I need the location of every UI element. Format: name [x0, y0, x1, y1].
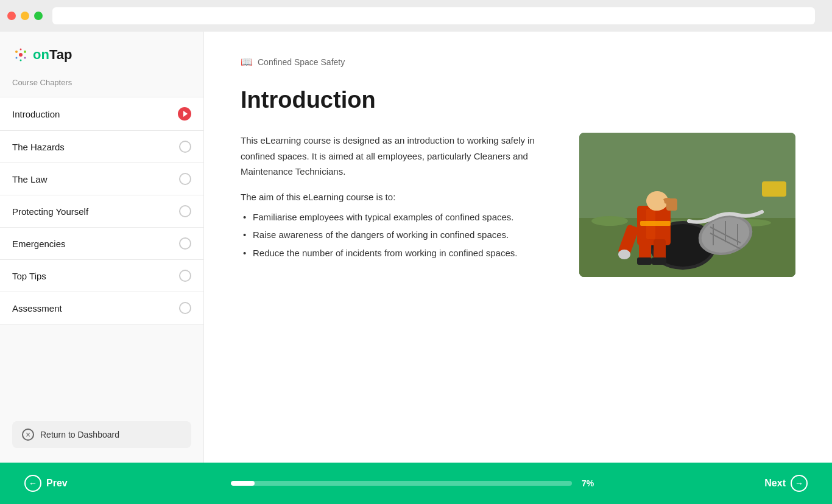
- chapter-label-top-tips: Top Tips: [12, 271, 46, 281]
- sidebar-item-assessment[interactable]: Assessment: [0, 292, 203, 324]
- circle-icon: [179, 270, 191, 282]
- progress-percentage: 7%: [582, 478, 601, 488]
- svg-rect-24: [637, 257, 652, 265]
- bullet-item: Familiarise employees with typical examp…: [241, 209, 543, 225]
- sidebar: onTap Course Chapters IntroductionThe Ha…: [0, 32, 204, 463]
- prev-label: Prev: [46, 478, 68, 489]
- sidebar-item-the-law[interactable]: The Law: [0, 163, 203, 195]
- prev-icon: ←: [24, 475, 41, 492]
- chapter-icon-the-hazards: [179, 141, 191, 153]
- bullet-list: Familiarise employees with typical examp…: [241, 209, 543, 261]
- chapter-label-protecting-yourself: Protecting Yourself: [12, 206, 88, 217]
- svg-rect-23: [654, 239, 666, 261]
- svg-point-4: [24, 57, 26, 59]
- close-button[interactable]: [7, 12, 16, 20]
- titlebar: [0, 0, 832, 32]
- book-icon: 📖: [241, 56, 253, 68]
- content-area: This eLearning course is designed as an …: [241, 133, 795, 277]
- intro-paragraph: This eLearning course is designed as an …: [241, 133, 543, 180]
- circle-icon: [179, 237, 191, 250]
- circle-icon: [179, 205, 191, 217]
- progress-bar-background: [231, 481, 572, 486]
- app-container: onTap Course Chapters IntroductionThe Ha…: [0, 32, 832, 463]
- chapter-icon-the-law: [179, 173, 191, 185]
- breadcrumb-text: Confined Space Safety: [258, 57, 345, 67]
- chapter-label-the-hazards: The Hazards: [12, 142, 65, 152]
- svg-rect-25: [652, 257, 666, 265]
- svg-rect-31: [666, 198, 677, 211]
- next-icon: →: [791, 475, 808, 492]
- circle-icon: [179, 141, 191, 153]
- return-btn-label: Return to Dashboard: [40, 430, 119, 439]
- chapter-icon-assessment: [179, 302, 191, 314]
- next-button[interactable]: Next →: [764, 475, 808, 492]
- chapter-list: IntroductionThe HazardsThe LawProtecting…: [0, 97, 203, 411]
- circle-icon: [179, 173, 191, 185]
- logo: onTap: [0, 32, 203, 73]
- sidebar-item-top-tips[interactable]: Top Tips: [0, 260, 203, 292]
- svg-point-32: [647, 196, 665, 211]
- svg-point-2: [24, 51, 26, 53]
- svg-point-5: [20, 49, 22, 51]
- page-title: Introduction: [241, 87, 795, 113]
- worker-image: [579, 133, 795, 277]
- svg-point-28: [618, 250, 630, 259]
- chapter-label-introduction: Introduction: [12, 109, 60, 119]
- svg-point-3: [16, 57, 18, 59]
- chapter-label-emergencies: Emergencies: [12, 239, 66, 249]
- aim-lead: The aim of this eLearning course is to:: [241, 192, 543, 202]
- svg-rect-22: [639, 239, 651, 261]
- address-bar[interactable]: [52, 7, 815, 24]
- play-icon: [178, 107, 191, 121]
- bullet-item: Reduce the number of incidents from work…: [241, 245, 543, 261]
- main-content: 📖 Confined Space Safety Introduction Thi…: [204, 32, 832, 463]
- circle-icon: [179, 302, 191, 314]
- progress-bar-fill: [231, 481, 255, 486]
- return-icon: [22, 429, 34, 441]
- chapter-icon-emergencies: [179, 237, 191, 250]
- bottom-bar: ← Prev 7% Next →: [0, 463, 832, 504]
- logo-icon: [12, 46, 29, 63]
- svg-point-9: [591, 216, 628, 226]
- next-label: Next: [764, 478, 786, 489]
- logo-text: onTap: [33, 47, 72, 63]
- sidebar-item-the-hazards[interactable]: The Hazards: [0, 131, 203, 163]
- bullet-item: Raise awareness of the dangers of workin…: [241, 227, 543, 243]
- chapter-icon-top-tips: [179, 270, 191, 282]
- sidebar-item-protecting-yourself[interactable]: Protecting Yourself: [0, 195, 203, 228]
- svg-point-1: [15, 51, 18, 53]
- svg-point-0: [19, 53, 23, 57]
- prev-button[interactable]: ← Prev: [24, 475, 68, 492]
- minimize-button[interactable]: [21, 12, 29, 20]
- chapter-icon-protecting-yourself: [179, 205, 191, 217]
- sidebar-item-introduction[interactable]: Introduction: [0, 97, 203, 131]
- chapter-icon-introduction: [178, 107, 191, 121]
- sidebar-item-emergencies[interactable]: Emergencies: [0, 228, 203, 260]
- svg-rect-34: [762, 181, 786, 197]
- chapter-label-assessment: Assessment: [12, 303, 62, 313]
- traffic-lights: [7, 12, 43, 20]
- progress-container: 7%: [68, 478, 765, 488]
- return-btn-container: Return to Dashboard: [0, 411, 203, 463]
- maximize-button[interactable]: [34, 12, 43, 20]
- course-image: [579, 133, 795, 277]
- chapter-label-the-law: The Law: [12, 174, 48, 184]
- text-area: This eLearning course is designed as an …: [241, 133, 543, 263]
- breadcrumb: 📖 Confined Space Safety: [241, 56, 795, 68]
- svg-rect-33: [640, 221, 671, 226]
- return-to-dashboard-button[interactable]: Return to Dashboard: [12, 421, 191, 448]
- svg-point-6: [20, 60, 22, 61]
- sidebar-section-title: Course Chapters: [0, 73, 203, 97]
